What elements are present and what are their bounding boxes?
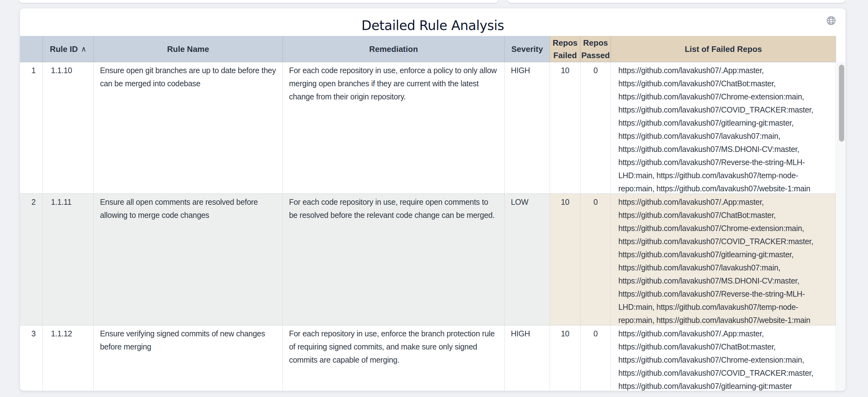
top-card-left (20, 0, 498, 3)
cell-repos-failed: 10 (550, 62, 580, 193)
header-cell-rule-name[interactable]: Rule Name (93, 36, 282, 62)
cell-severity: HIGH (504, 326, 550, 391)
cell-failed-repos: https://github.com/lavakush07/.App:maste… (611, 194, 836, 325)
cell-repos-passed: 0 (580, 326, 611, 391)
header-label-failed-repos: List of Failed Repos (685, 43, 762, 55)
header-label-repos-failed: Repos Failed (552, 37, 578, 62)
page-background: Detailed Rule Analysis Rule ID ∧ Rule Na… (0, 0, 868, 397)
vertical-scrollbar[interactable] (837, 62, 845, 391)
cell-rule-name: Ensure open git branches are up to date … (93, 62, 282, 193)
cell-repos-failed: 10 (550, 326, 580, 391)
table-row: 2 1.1.11 Ensure all open comments are re… (20, 193, 836, 325)
header-cell-repos-passed[interactable]: Repos Passed (580, 36, 611, 62)
cell-rule-id: 1.1.10 (42, 62, 93, 193)
cell-failed-repos: https://github.com/lavakush07/.App:maste… (611, 326, 836, 391)
cell-repos-failed: 10 (550, 194, 580, 325)
cell-rule-id: 1.1.12 (42, 326, 93, 391)
cell-row-number: 2 (20, 194, 42, 325)
scrollbar-thumb[interactable] (839, 65, 844, 142)
header-cell-failed-repos[interactable]: List of Failed Repos (611, 36, 836, 62)
sort-ascending-icon[interactable]: ∧ (81, 43, 87, 55)
header-label-repos-passed: Repos Passed (581, 37, 610, 62)
top-card-right (508, 0, 844, 3)
cell-remediation: For each repository in use, enforce the … (282, 326, 504, 391)
header-label-remediation: Remediation (369, 43, 418, 55)
cell-row-number: 1 (20, 62, 42, 193)
table-body: 1 1.1.10 Ensure open git branches are up… (20, 62, 836, 391)
header-cell-index[interactable] (20, 36, 42, 62)
cell-severity: LOW (504, 194, 550, 325)
header-label-rule-name: Rule Name (167, 43, 209, 55)
cell-rule-name: Ensure all open comments are resolved be… (93, 194, 282, 325)
table-header-row: Rule ID ∧ Rule Name Remediation Severity… (20, 36, 836, 62)
cell-rule-name: Ensure verifying signed commits of new c… (93, 326, 282, 391)
cell-failed-repos: https://github.com/lavakush07/.App:maste… (611, 62, 836, 193)
header-label-rule-id: Rule ID (50, 43, 78, 55)
analysis-card: Detailed Rule Analysis Rule ID ∧ Rule Na… (20, 8, 845, 391)
table-row: 1 1.1.10 Ensure open git branches are up… (20, 62, 836, 193)
cell-severity: HIGH (504, 62, 550, 193)
cell-rule-id: 1.1.11 (42, 194, 93, 325)
header-cell-remediation[interactable]: Remediation (282, 36, 504, 62)
header-cell-rule-id[interactable]: Rule ID ∧ (42, 36, 93, 62)
cell-repos-passed: 0 (580, 194, 611, 325)
cell-repos-passed: 0 (580, 62, 611, 193)
cell-row-number: 3 (20, 326, 42, 391)
rule-table: Rule ID ∧ Rule Name Remediation Severity… (20, 36, 836, 391)
globe-icon[interactable] (826, 15, 836, 26)
page-title: Detailed Rule Analysis (20, 18, 845, 33)
header-cell-repos-failed[interactable]: Repos Failed (550, 36, 580, 62)
header-label-severity: Severity (511, 43, 543, 55)
header-cell-severity[interactable]: Severity (504, 36, 550, 62)
cell-remediation: For each code repository in use, require… (282, 194, 504, 325)
cell-remediation: For each code repository in use, enforce… (282, 62, 504, 193)
table-row: 3 1.1.12 Ensure verifying signed commits… (20, 325, 836, 391)
